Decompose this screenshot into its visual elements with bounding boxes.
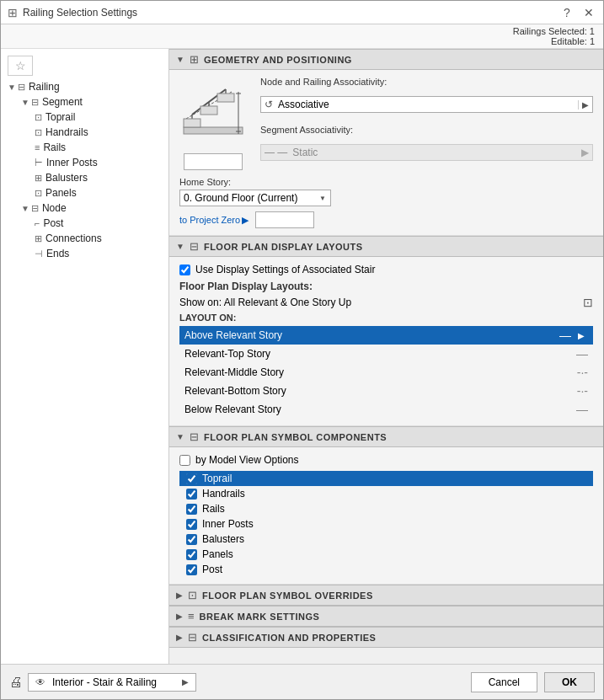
break-mark-icon: ≡	[188, 610, 195, 623]
editable-count: Editable: 1	[9, 36, 595, 46]
tree-item-rails[interactable]: ≡ Rails	[1, 140, 168, 155]
tree-item-railing[interactable]: ▼ ⊟ Railing	[1, 79, 168, 94]
overrides-section-header[interactable]: ▶ ⊡ FLOOR PLAN SYMBOL OVERRIDES	[169, 585, 603, 606]
comp-panels-checkbox[interactable]	[186, 549, 197, 560]
use-display-checkbox[interactable]	[179, 265, 190, 275]
arrow-node: ▼	[21, 204, 29, 213]
tree-item-handrails[interactable]: ⊡ Handrails	[1, 125, 168, 140]
project-zero-input[interactable]: 100	[255, 211, 314, 228]
layout-row-below[interactable]: Below Relevant Story —	[179, 400, 593, 419]
comp-item-balusters[interactable]: Balusters	[179, 532, 593, 547]
floor-plan-section-header[interactable]: ▼ ⊟ FLOOR PLAN DISPLAY LAYOUTS	[169, 236, 603, 257]
geometry-section-header[interactable]: ▼ ⊞ GEOMETRY AND POSITIONING	[169, 49, 603, 70]
comp-item-toprail[interactable]: Toprail	[179, 471, 593, 486]
height-input[interactable]: 100	[184, 153, 243, 170]
ok-button[interactable]: OK	[544, 672, 595, 692]
overrides-icon: ⊡	[188, 589, 197, 601]
layout-row-middle[interactable]: Relevant-Middle Story -·-	[179, 363, 593, 382]
show-on-icon[interactable]: ⊡	[583, 296, 593, 309]
comp-handrails-checkbox[interactable]	[186, 489, 197, 500]
tree-item-post[interactable]: ⌐ Post	[1, 216, 168, 231]
title-bar: ⊞ Railing Selection Settings ? ✕	[1, 1, 603, 24]
geometry-section-body: 100 Node and Railing Associativity: ↺ As…	[169, 70, 603, 236]
comp-item-inner-posts[interactable]: Inner Posts	[179, 516, 593, 532]
left-panel: ☆ ▼ ⊟ Railing ▼ ⊟ Segment ⊡ Toprail ⊡ Ha…	[1, 49, 169, 664]
layout-row-top[interactable]: Relevant-Top Story —	[179, 345, 593, 363]
comp-handrails-label: Handrails	[202, 488, 245, 500]
layout-row-bottom-rel[interactable]: Relevant-Bottom Story -·-	[179, 382, 593, 400]
eye-icon: 👁	[35, 676, 45, 688]
symbol-collapse-icon: ▼	[176, 432, 184, 441]
post-icon: ⌐	[35, 218, 40, 228]
comp-balusters-checkbox[interactable]	[186, 534, 197, 545]
tree-item-toprail[interactable]: ⊡ Toprail	[1, 110, 168, 125]
tree-item-segment[interactable]: ▼ ⊟ Segment	[1, 94, 168, 110]
tree-item-panels[interactable]: ⊡ Panels	[1, 185, 168, 200]
interior-btn-arrow: ▶	[182, 677, 189, 687]
classification-collapse-icon: ▶	[176, 633, 183, 642]
comp-item-rails[interactable]: Rails	[179, 501, 593, 516]
layout-above-label: Above Relevant Story	[184, 329, 282, 341]
comp-post-checkbox[interactable]	[186, 564, 197, 575]
tree-item-inner-posts[interactable]: ⊢ Inner Posts	[1, 155, 168, 170]
comp-item-handrails[interactable]: Handrails	[179, 486, 593, 501]
interior-btn-label: Interior - Stair & Railing	[52, 676, 157, 688]
layout-top-label: Relevant-Top Story	[184, 348, 270, 360]
layout-row-above[interactable]: Above Relevant Story — ▶	[179, 326, 593, 345]
home-story-select[interactable]: 0. Ground Floor (Current)	[179, 190, 331, 206]
tree-item-node[interactable]: ▼ ⊟ Node	[1, 200, 168, 216]
to-zero-label: to Project Zero	[179, 215, 240, 225]
main-content: ☆ ▼ ⊟ Railing ▼ ⊟ Segment ⊡ Toprail ⊡ Ha…	[1, 49, 603, 664]
comp-item-panels[interactable]: Panels	[179, 547, 593, 562]
by-model-checkbox[interactable]	[179, 455, 190, 466]
by-model-label: by Model View Options	[195, 454, 299, 466]
home-story-dropdown-wrap[interactable]: 0. Ground Floor (Current)	[179, 190, 331, 206]
layout-above-arrow[interactable]: ▶	[575, 329, 588, 342]
to-project-zero-btn[interactable]: to Project Zero ▶	[179, 215, 249, 226]
assoc-dropdown-arrow: ▶	[578, 100, 589, 110]
layout-bottom-rel-line: -·-	[577, 384, 588, 398]
layout-on-label: LAYOUT ON:	[179, 313, 593, 323]
segment-assoc-label: Segment Associativity:	[260, 125, 593, 135]
symbol-section-header[interactable]: ▼ ⊟ FLOOR PLAN SYMBOL COMPONENTS	[169, 426, 603, 447]
geometry-collapse-icon: ▼	[176, 55, 184, 64]
close-button[interactable]: ✕	[581, 5, 596, 20]
svg-rect-8	[217, 94, 234, 102]
comp-inner-posts-checkbox[interactable]	[186, 519, 197, 530]
show-on-label: Show on:	[179, 297, 222, 308]
svg-rect-6	[184, 119, 200, 127]
interior-profile-button[interactable]: 👁 Interior - Stair & Railing ▶	[28, 673, 196, 692]
star-button[interactable]: ☆	[8, 56, 33, 76]
node-icon: ⊟	[31, 203, 39, 214]
arrow-segment: ▼	[21, 98, 29, 107]
comp-panels-label: Panels	[202, 548, 233, 560]
svg-rect-7	[200, 106, 217, 115]
home-story-label: Home Story:	[179, 177, 593, 187]
classification-section-header[interactable]: ▶ ⊟ CLASSIFICATION AND PROPERTIES	[169, 627, 603, 648]
comp-item-post[interactable]: Post	[179, 562, 593, 577]
tree-item-balusters[interactable]: ⊞ Balusters	[1, 170, 168, 185]
symbol-icon: ⊟	[190, 430, 199, 443]
comp-toprail-checkbox[interactable]	[186, 473, 197, 484]
balusters-icon: ⊞	[35, 173, 42, 184]
comp-rails-checkbox[interactable]	[186, 504, 197, 515]
tree-item-connections[interactable]: ⊞ Connections	[1, 231, 168, 246]
break-mark-collapse-icon: ▶	[176, 612, 183, 621]
cancel-button[interactable]: Cancel	[471, 672, 537, 692]
toprail-icon: ⊡	[35, 112, 42, 123]
break-mark-section-header[interactable]: ▶ ≡ BREAK MARK SETTINGS	[169, 606, 603, 627]
printer-icon: 🖨	[9, 675, 23, 690]
help-button[interactable]: ?	[559, 5, 575, 20]
layout-above-line: —	[559, 329, 571, 342]
railing-preview-image	[179, 77, 247, 148]
show-on-value: All Relevant & One Story Up	[224, 297, 351, 308]
layout-bottom-rel-label: Relevant-Bottom Story	[184, 385, 286, 397]
tree-item-ends[interactable]: ⊣ Ends	[1, 246, 168, 261]
floor-plan-layouts-label: Floor Plan Display Layouts:	[179, 281, 593, 292]
layout-middle-label: Relevant-Middle Story	[184, 366, 284, 378]
svg-rect-0	[184, 127, 243, 134]
comp-inner-posts-label: Inner Posts	[202, 518, 254, 530]
node-assoc-dropdown[interactable]: ↺ Associative ▶	[260, 96, 593, 113]
segment-assoc-dropdown: — — Static ▶	[260, 144, 593, 161]
assoc-icon: ↺	[265, 99, 273, 110]
